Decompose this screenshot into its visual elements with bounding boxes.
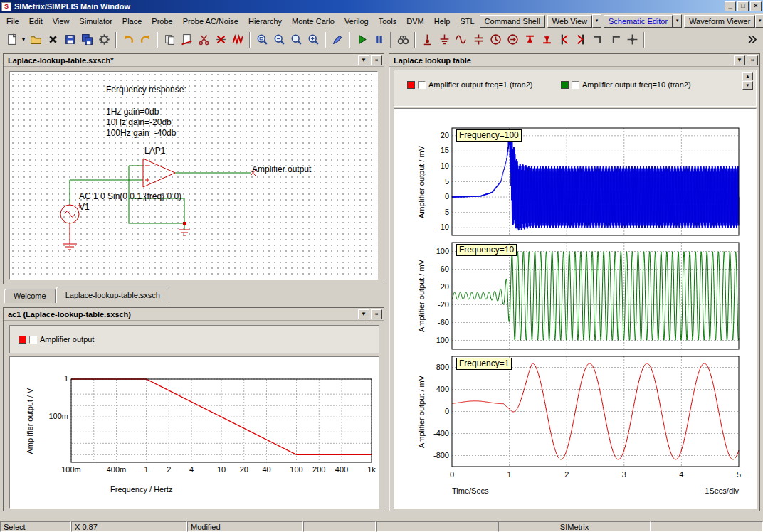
y-tick-label: 400 <box>426 385 449 393</box>
freq-tick-label: 400m <box>106 465 127 474</box>
x-tick-label: 0 <box>445 470 459 479</box>
y-axis-title-freq1: Amplifier output / mV <box>417 375 426 447</box>
waveform-plot-freq100[interactable] <box>452 128 740 237</box>
chart-layer: 20151050-5-10Frequency=100Amplifier outp… <box>0 0 763 532</box>
y-tick-label: 60 <box>426 265 449 273</box>
waveform-plot-freq10[interactable] <box>452 243 740 351</box>
x-tick-label: 4 <box>674 470 688 479</box>
y-tick-label: -60 <box>426 318 449 326</box>
x-tick-label: 5 <box>732 470 746 479</box>
x-axis-title: Time/Secs <box>452 486 489 495</box>
y-tick-label: -100 <box>426 336 449 344</box>
y-tick-label: 0 <box>426 407 449 415</box>
y-tick-label: 800 <box>426 363 449 371</box>
y-tick-label: -10 <box>426 223 449 231</box>
freq-tick-label: 100 <box>286 465 307 474</box>
gain-tick-label: 1 <box>44 374 68 383</box>
freq-tick-label: 40 <box>256 465 278 474</box>
x-tick-label: 1 <box>502 470 517 479</box>
freq-tick-label: 1 <box>136 465 157 474</box>
ac-gain-plot[interactable] <box>71 379 373 464</box>
y-tick-label: 10 <box>426 161 449 170</box>
y-tick-label: -800 <box>426 451 449 459</box>
x-tick-label: 3 <box>617 470 631 479</box>
ac-y-axis-title: Amplifier output / V <box>26 388 34 454</box>
y-tick-label: -20 <box>426 300 449 309</box>
waveform-plot-freq1[interactable] <box>452 356 740 468</box>
x-scale-label: 1Secs/div <box>682 486 739 495</box>
y-tick-label: 0 <box>426 192 449 201</box>
freq-tick-label: 1k <box>361 465 382 474</box>
y-tick-label: 100 <box>426 247 449 255</box>
curve-label-freq1[interactable]: Frequency=1 <box>456 358 512 370</box>
y-tick-label: 20 <box>426 131 449 139</box>
y-tick-label: 15 <box>426 146 449 154</box>
y-tick-label: 20 <box>426 282 449 291</box>
y-tick-label: -400 <box>426 429 449 437</box>
freq-tick-label: 100m <box>60 465 82 474</box>
freq-tick-label: 20 <box>233 465 255 474</box>
freq-tick-label: 400 <box>331 465 352 474</box>
freq-tick-label: 4 <box>181 465 202 474</box>
y-tick-label: 5 <box>426 177 449 186</box>
x-tick-label: 2 <box>559 470 574 479</box>
ac-x-axis-title: Frequency / Hertz <box>110 485 172 494</box>
curve-label-freq10[interactable]: Frequency=10 <box>456 244 517 256</box>
y-axis-title-freq100: Amplifier output / mV <box>417 145 426 218</box>
y-axis-title-freq10: Amplifier output / mV <box>417 260 426 332</box>
freq-tick-label: 2 <box>158 465 179 474</box>
freq-tick-label: 200 <box>308 465 330 474</box>
freq-tick-label: 10 <box>211 465 232 474</box>
gain-tick-label: 100m <box>44 412 68 420</box>
curve-label-freq100[interactable]: Frequency=100 <box>456 129 522 142</box>
y-tick-label: -5 <box>426 208 449 216</box>
